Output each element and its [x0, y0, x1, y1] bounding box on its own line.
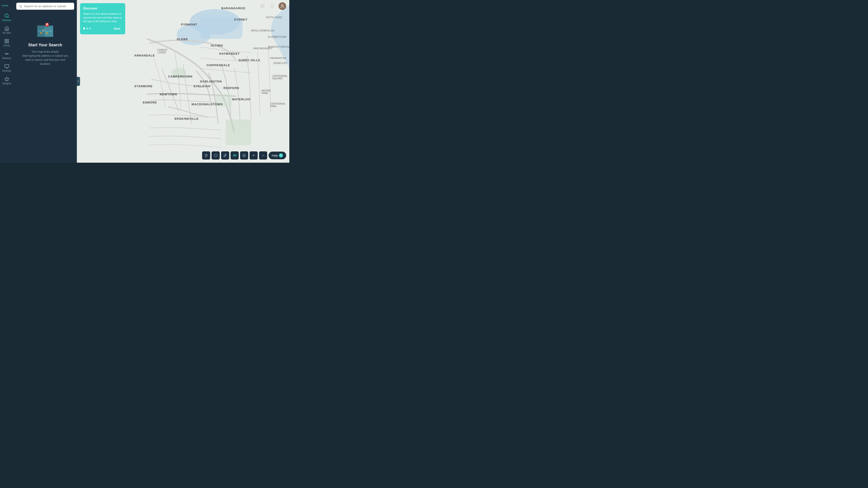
- bell-icon: [270, 4, 275, 8]
- svg-point-15: [20, 5, 22, 7]
- sidebar-item-label: Discover: [2, 19, 11, 22]
- svg-text:.ai: .ai: [2, 6, 3, 7]
- sidebar: archistar .ai Discover My Sites Library …: [0, 0, 13, 163]
- map-area[interactable]: BARANGAROO PYRMONT SYDNEY POTTS POINT WO…: [77, 0, 289, 163]
- top-right-icons: [255, 0, 289, 12]
- tooltip-body: Search for your desired address or subur…: [83, 12, 122, 23]
- sidebar-item-my-sites[interactable]: My Sites: [0, 24, 13, 36]
- svg-rect-4: [5, 39, 6, 41]
- svg-rect-25: [40, 32, 42, 34]
- svg-rect-32: [215, 94, 232, 107]
- trash-icon: [204, 154, 208, 157]
- svg-rect-30: [200, 18, 243, 39]
- measure-button[interactable]: [221, 151, 229, 160]
- tooltip-next-button[interactable]: Next: [112, 26, 122, 31]
- zoom-in-button[interactable]: +: [250, 151, 258, 160]
- svg-line-16: [21, 7, 22, 7]
- svg-rect-27: [42, 30, 44, 31]
- compass-button[interactable]: [240, 151, 248, 160]
- tooltip-title: Discover: [83, 6, 122, 10]
- ruler-icon: [223, 154, 227, 157]
- three-d-label: 3D: [233, 154, 237, 157]
- sidebar-item-label: Library: [3, 44, 10, 47]
- empty-title: Start Your Search: [28, 43, 62, 47]
- hexagon-icon: [214, 154, 217, 157]
- shape-button[interactable]: [212, 151, 220, 160]
- zoom-out-button[interactable]: −: [259, 151, 267, 160]
- sidebar-item-label: My Sites: [2, 32, 11, 34]
- sidebar-item-designer[interactable]: Designer: [0, 74, 13, 87]
- user-avatar[interactable]: [278, 2, 286, 10]
- sidebar-item-estimate[interactable]: Estimate: [0, 62, 13, 74]
- svg-rect-12: [5, 65, 9, 68]
- search-panel: Start Your Search Your map looks empty!S…: [13, 0, 77, 163]
- collapse-panel-button[interactable]: [77, 77, 80, 86]
- svg-rect-31: [225, 120, 251, 145]
- search-illustration: [34, 21, 57, 39]
- help-icon: ?: [279, 153, 283, 158]
- svg-rect-26: [46, 32, 48, 34]
- help-button[interactable]: Help ?: [269, 152, 286, 159]
- svg-rect-6: [5, 41, 6, 43]
- zoom-in-label: +: [252, 153, 255, 158]
- three-d-button[interactable]: 3D: [230, 151, 239, 160]
- settings-button[interactable]: [258, 2, 266, 10]
- svg-text:archistar: archistar: [2, 5, 8, 6]
- svg-point-33: [171, 68, 186, 78]
- delete-button[interactable]: [202, 151, 210, 160]
- search-icon: [19, 5, 22, 8]
- tooltip-dot-1: [83, 28, 85, 29]
- logo[interactable]: archistar .ai: [1, 2, 12, 9]
- notifications-button[interactable]: [269, 2, 276, 10]
- empty-body: Your map looks empty!Start typing the ad…: [21, 50, 70, 66]
- tooltip-dot-3: [89, 28, 91, 29]
- svg-rect-5: [7, 39, 8, 41]
- zoom-out-label: −: [262, 153, 265, 158]
- svg-point-2: [5, 14, 8, 18]
- compass-icon: [242, 154, 246, 157]
- sidebar-item-discover[interactable]: Discover: [0, 11, 13, 24]
- sidebar-item-label: Measure: [2, 57, 11, 59]
- svg-marker-38: [243, 155, 245, 156]
- svg-marker-36: [214, 154, 217, 157]
- discover-tooltip: Discover Search for your desired address…: [80, 3, 125, 34]
- search-empty-state: Start Your Search Your map looks empty!S…: [16, 14, 74, 73]
- svg-point-37: [243, 154, 246, 157]
- tooltip-footer: Next: [83, 26, 122, 31]
- sidebar-item-measure[interactable]: Measure: [0, 49, 13, 62]
- svg-point-35: [282, 4, 283, 6]
- svg-line-3: [8, 17, 8, 18]
- sidebar-item-library[interactable]: Library: [0, 36, 13, 49]
- sidebar-item-label: Estimate: [2, 70, 11, 72]
- svg-point-34: [262, 6, 263, 7]
- sidebar-item-label: Designer: [2, 82, 11, 85]
- svg-rect-7: [7, 41, 8, 43]
- gear-icon: [260, 4, 265, 8]
- search-input[interactable]: [24, 4, 71, 8]
- tooltip-dots: [83, 28, 91, 29]
- help-label: Help: [272, 154, 278, 157]
- map-controls: 3D + − Help ?: [202, 151, 286, 160]
- svg-point-23: [46, 23, 48, 25]
- tooltip-dot-2: [86, 28, 88, 29]
- search-bar-container: [16, 3, 74, 10]
